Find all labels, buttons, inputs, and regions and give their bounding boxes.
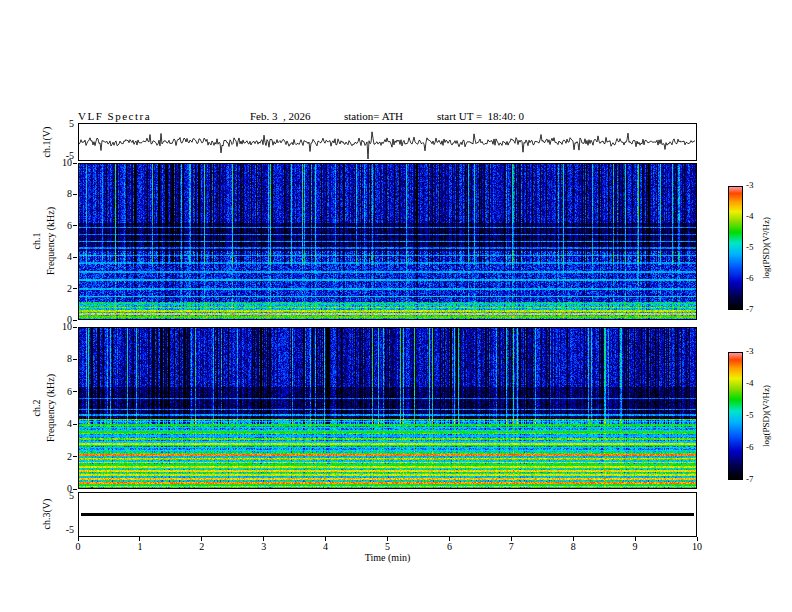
freq-tick-label: 6 [52, 386, 72, 397]
freq-tick-mark [73, 424, 77, 425]
colorbar-tick-label: -3 [746, 180, 754, 190]
ch1-waveform-panel [78, 123, 697, 161]
x-tick-label: 8 [565, 541, 581, 552]
x-tick-label: 9 [627, 541, 643, 552]
ch1-volt-axis-label: ch.1(V) [41, 127, 52, 158]
freq-tick-label: 0 [52, 483, 72, 494]
colorbar-tick-label: -3 [746, 346, 754, 356]
freq-tick-label: 2 [52, 283, 72, 294]
colorbar-ch2-label: log(PSD)(V²/Hz) [761, 385, 771, 447]
colorbar-ch1-canvas [729, 187, 742, 309]
start-ut-label: start UT = 18:40: 0 [437, 110, 524, 122]
ch2-spectrogram-panel [78, 327, 697, 489]
ch2-spec-axis-label-ch: ch.2 [31, 400, 42, 417]
ch1-spec-axis-label-freq: Frequency (kHz) [45, 207, 56, 275]
colorbar-tick-label: -7 [746, 304, 754, 314]
freq-tick-label: 10 [52, 321, 72, 332]
freq-tick-label: 2 [52, 451, 72, 462]
x-tick-label: 6 [441, 541, 457, 552]
freq-tick-mark [73, 327, 77, 328]
freq-tick-label: 10 [52, 157, 72, 168]
x-tick-label: 2 [194, 541, 210, 552]
freq-tick-label: 8 [52, 188, 72, 199]
x-tick-label: 4 [318, 541, 334, 552]
colorbar-tick-label: -4 [746, 378, 754, 388]
plot-date: Feb. 3 , 2026 [250, 110, 311, 122]
colorbar-tick-label: -6 [746, 273, 754, 283]
freq-tick-label: 4 [52, 251, 72, 262]
vlf-spectra-figure: VLF Spectra Feb. 3 , 2026 station= ATH s… [0, 0, 792, 612]
freq-tick-label: 4 [52, 418, 72, 429]
freq-tick-mark [73, 288, 77, 289]
freq-tick-mark [73, 225, 77, 226]
colorbar-ch1 [728, 186, 743, 310]
freq-tick-mark [73, 456, 77, 457]
x-tick-label: 0 [70, 541, 86, 552]
colorbar-tick-label: -6 [746, 442, 754, 452]
colorbar-tick-label: -5 [746, 410, 754, 420]
ch3-volt-bottom-label: -5 [56, 524, 74, 535]
ch1-spec-axis-label-ch: ch.1 [31, 233, 42, 250]
x-tick-label: 10 [689, 541, 705, 552]
freq-tick-mark [73, 489, 77, 490]
colorbar-ch1-label: log(PSD)(V²/Hz) [761, 217, 771, 279]
x-tick-label: 1 [132, 541, 148, 552]
colorbar-ch2-canvas [729, 353, 742, 479]
colorbar-ch2 [728, 352, 743, 480]
x-tick-label: 3 [256, 541, 272, 552]
freq-tick-label: 8 [52, 353, 72, 364]
ch1-waveform-canvas [79, 124, 696, 160]
freq-tick-mark [73, 359, 77, 360]
station-label: station= ATH [344, 110, 403, 122]
ch2-spec-axis-label-freq: Frequency (kHz) [45, 374, 56, 442]
time-axis-label: Time (min) [78, 552, 697, 563]
ch2-spectrogram-canvas [79, 328, 696, 488]
freq-tick-mark [73, 163, 77, 164]
x-tick-label: 7 [503, 541, 519, 552]
ch3-waveform-canvas [79, 493, 696, 536]
x-tick-label: 5 [380, 541, 396, 552]
colorbar-tick-label: -4 [746, 211, 754, 221]
colorbar-tick-label: -5 [746, 242, 754, 252]
ch3-waveform-panel [78, 492, 697, 537]
plot-title: VLF Spectra [78, 110, 151, 122]
freq-tick-mark [73, 194, 77, 195]
ch3-volt-axis-label: ch.3(V) [41, 499, 52, 530]
freq-tick-mark [73, 320, 77, 321]
ch1-spectrogram-canvas [79, 164, 696, 319]
freq-tick-mark [73, 391, 77, 392]
colorbar-tick-label: -7 [746, 474, 754, 484]
ch1-volt-top-label: 5 [56, 118, 74, 129]
ch1-spectrogram-panel [78, 163, 697, 320]
freq-tick-label: 6 [52, 220, 72, 231]
freq-tick-mark [73, 257, 77, 258]
